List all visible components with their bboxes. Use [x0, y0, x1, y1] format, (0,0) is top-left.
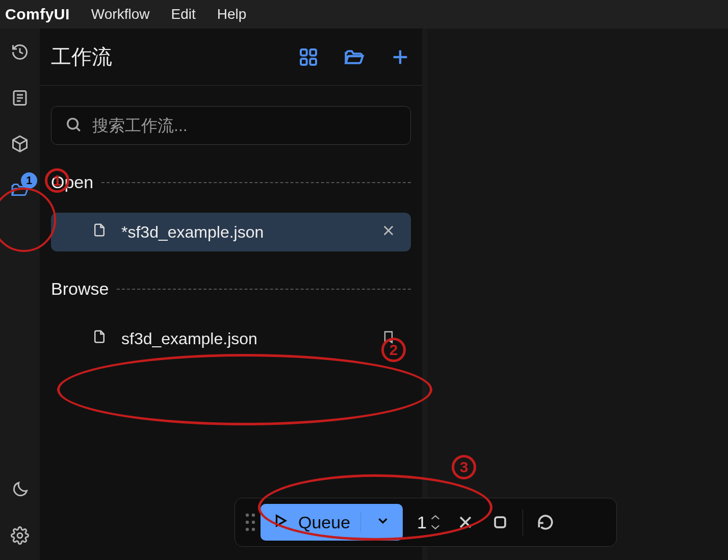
- svg-point-19: [246, 528, 249, 531]
- section-open-title: Open: [51, 172, 411, 192]
- search-box[interactable]: [51, 106, 411, 145]
- panel-header: 工作流: [40, 29, 422, 86]
- divider: [101, 182, 411, 183]
- svg-line-12: [76, 128, 80, 131]
- cube-icon[interactable]: [10, 134, 30, 154]
- chevron-down-icon[interactable]: [430, 523, 441, 530]
- svg-point-20: [252, 528, 255, 531]
- file-icon: [92, 221, 107, 243]
- menubar: ComfyUI Workflow Edit Help: [0, 0, 728, 29]
- menu-workflow[interactable]: Workflow: [91, 6, 150, 22]
- section-browse-label: Browse: [51, 279, 109, 299]
- grid-icon[interactable]: [298, 46, 319, 68]
- menu-edit[interactable]: Edit: [171, 6, 195, 22]
- svg-point-15: [246, 514, 249, 517]
- svg-rect-6: [310, 49, 316, 56]
- svg-point-16: [252, 514, 255, 517]
- section-browse-title: Browse: [51, 279, 411, 299]
- left-rail: 1: [0, 29, 40, 560]
- gear-icon[interactable]: [10, 525, 30, 546]
- section-open-label: Open: [51, 172, 93, 192]
- svg-rect-8: [310, 59, 316, 65]
- svg-rect-7: [301, 59, 307, 65]
- menu-help[interactable]: Help: [217, 6, 247, 22]
- chevron-down-icon[interactable]: [360, 513, 391, 532]
- moon-icon[interactable]: [10, 479, 30, 500]
- close-icon[interactable]: [381, 223, 396, 242]
- open-file-item[interactable]: *sf3d_example.json: [51, 213, 411, 251]
- play-icon: [273, 513, 288, 532]
- queue-toolbar: Queue 1: [235, 498, 617, 547]
- workspace: 1 工作流: [0, 29, 728, 560]
- queue-label: Queue: [298, 513, 350, 532]
- history-icon[interactable]: [10, 42, 30, 62]
- search-icon: [65, 116, 82, 135]
- queue-count[interactable]: 1: [407, 504, 446, 541]
- svg-rect-24: [495, 517, 505, 527]
- queue-count-value: 1: [417, 513, 427, 532]
- chevron-up-icon[interactable]: [430, 514, 441, 521]
- panel-body: Open *sf3d_example.json Browse: [40, 86, 422, 358]
- count-stepper[interactable]: [430, 514, 441, 530]
- svg-point-17: [246, 521, 249, 524]
- divider: [117, 289, 411, 290]
- workflow-panel: 工作流: [40, 29, 427, 560]
- panel-actions: [298, 46, 411, 68]
- folder-open-icon[interactable]: 1: [10, 180, 30, 200]
- svg-point-4: [17, 533, 22, 538]
- grip-icon[interactable]: [244, 512, 256, 532]
- bookmark-icon[interactable]: [381, 329, 396, 348]
- svg-point-11: [68, 119, 78, 129]
- browse-file-item[interactable]: sf3d_example.json: [51, 319, 411, 358]
- svg-rect-5: [301, 49, 307, 56]
- canvas[interactable]: [427, 29, 728, 560]
- open-file-name: *sf3d_example.json: [121, 223, 367, 242]
- notes-icon[interactable]: [10, 88, 30, 108]
- section-open: Open *sf3d_example.json: [51, 172, 411, 251]
- separator: [523, 509, 523, 536]
- queue-button[interactable]: Queue: [261, 504, 403, 541]
- cancel-button[interactable]: [450, 507, 481, 538]
- svg-point-18: [252, 521, 255, 524]
- panel-title: 工作流: [51, 43, 112, 71]
- svg-marker-21: [277, 516, 286, 526]
- open-folder-icon[interactable]: [344, 46, 365, 68]
- file-icon: [92, 327, 107, 350]
- plus-icon[interactable]: [389, 46, 411, 68]
- refresh-button[interactable]: [530, 507, 561, 538]
- stop-button[interactable]: [485, 507, 515, 538]
- app-logo: ComfyUI: [5, 6, 70, 23]
- search-input[interactable]: [92, 116, 397, 135]
- section-browse: Browse sf3d_example.json: [51, 279, 411, 358]
- browse-file-name: sf3d_example.json: [121, 329, 367, 348]
- folder-badge: 1: [21, 172, 37, 189]
